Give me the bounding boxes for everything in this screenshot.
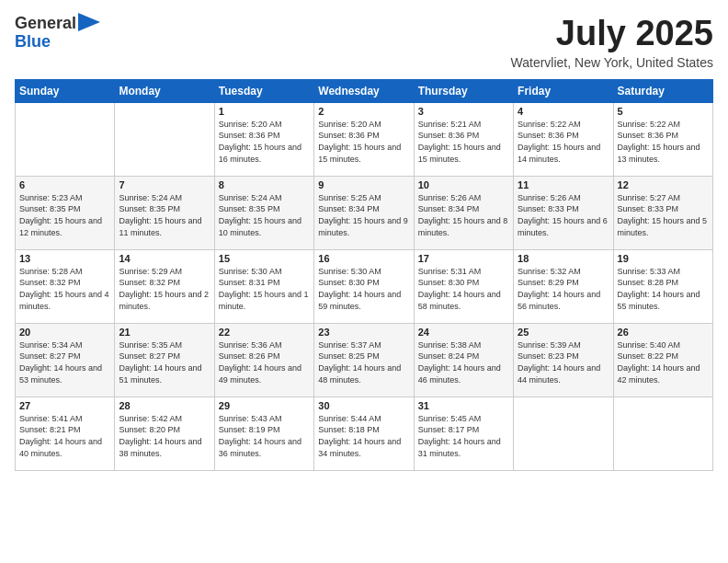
- day-number: 17: [418, 253, 509, 264]
- day-number: 18: [518, 253, 609, 264]
- day-number: 3: [418, 106, 509, 117]
- day-number: 9: [318, 179, 409, 190]
- day-number: 4: [518, 106, 609, 117]
- calendar-cell: 6Sunrise: 5:23 AM Sunset: 8:35 PM Daylig…: [16, 176, 115, 249]
- calendar-cell: 21Sunrise: 5:35 AM Sunset: 8:27 PM Dayli…: [115, 323, 214, 396]
- day-info: Sunrise: 5:45 AM Sunset: 8:17 PM Dayligh…: [418, 413, 509, 459]
- calendar-header-row: SundayMondayTuesdayWednesdayThursdayFrid…: [16, 79, 713, 102]
- calendar-cell: 23Sunrise: 5:37 AM Sunset: 8:25 PM Dayli…: [314, 323, 414, 396]
- day-info: Sunrise: 5:33 AM Sunset: 8:28 PM Dayligh…: [618, 266, 709, 312]
- day-info: Sunrise: 5:26 AM Sunset: 8:33 PM Dayligh…: [518, 192, 609, 238]
- day-number: 28: [119, 400, 210, 411]
- calendar-cell: 4Sunrise: 5:22 AM Sunset: 8:36 PM Daylig…: [514, 102, 613, 176]
- calendar-header-sunday: Sunday: [16, 79, 115, 102]
- day-info: Sunrise: 5:24 AM Sunset: 8:35 PM Dayligh…: [219, 192, 310, 238]
- day-info: Sunrise: 5:40 AM Sunset: 8:22 PM Dayligh…: [618, 339, 709, 385]
- calendar-cell: 30Sunrise: 5:44 AM Sunset: 8:18 PM Dayli…: [314, 396, 414, 470]
- day-info: Sunrise: 5:42 AM Sunset: 8:20 PM Dayligh…: [119, 413, 210, 459]
- calendar-cell: 7Sunrise: 5:24 AM Sunset: 8:35 PM Daylig…: [115, 176, 214, 249]
- page-subtitle: Watervliet, New York, United States: [511, 55, 713, 70]
- calendar-cell: 16Sunrise: 5:30 AM Sunset: 8:30 PM Dayli…: [314, 249, 414, 323]
- day-number: 24: [418, 327, 509, 338]
- svg-marker-0: [78, 13, 100, 31]
- day-info: Sunrise: 5:28 AM Sunset: 8:32 PM Dayligh…: [19, 266, 110, 312]
- calendar-cell: 26Sunrise: 5:40 AM Sunset: 8:22 PM Dayli…: [613, 323, 712, 396]
- day-number: 21: [119, 327, 210, 338]
- day-info: Sunrise: 5:25 AM Sunset: 8:34 PM Dayligh…: [318, 192, 409, 238]
- day-info: Sunrise: 5:26 AM Sunset: 8:34 PM Dayligh…: [418, 192, 509, 238]
- calendar-cell: [613, 396, 712, 470]
- calendar-cell: 13Sunrise: 5:28 AM Sunset: 8:32 PM Dayli…: [16, 249, 115, 323]
- logo-blue: Blue: [15, 32, 51, 51]
- day-number: 2: [318, 106, 409, 117]
- day-number: 6: [19, 179, 110, 190]
- calendar-header-friday: Friday: [514, 79, 613, 102]
- calendar-cell: 3Sunrise: 5:21 AM Sunset: 8:36 PM Daylig…: [414, 102, 513, 176]
- calendar-cell: 19Sunrise: 5:33 AM Sunset: 8:28 PM Dayli…: [613, 249, 712, 323]
- day-number: 13: [19, 253, 110, 264]
- header: General Blue July 2025 Watervliet, New Y…: [15, 15, 713, 70]
- day-number: 11: [518, 179, 609, 190]
- calendar-cell: 25Sunrise: 5:39 AM Sunset: 8:23 PM Dayli…: [514, 323, 613, 396]
- calendar-cell: 22Sunrise: 5:36 AM Sunset: 8:26 PM Dayli…: [214, 323, 313, 396]
- calendar-week-2: 6Sunrise: 5:23 AM Sunset: 8:35 PM Daylig…: [16, 176, 713, 249]
- calendar-cell: 10Sunrise: 5:26 AM Sunset: 8:34 PM Dayli…: [414, 176, 513, 249]
- day-number: 14: [119, 253, 210, 264]
- day-info: Sunrise: 5:37 AM Sunset: 8:25 PM Dayligh…: [318, 339, 409, 385]
- day-info: Sunrise: 5:34 AM Sunset: 8:27 PM Dayligh…: [19, 339, 110, 385]
- calendar-week-3: 13Sunrise: 5:28 AM Sunset: 8:32 PM Dayli…: [16, 249, 713, 323]
- day-info: Sunrise: 5:41 AM Sunset: 8:21 PM Dayligh…: [19, 413, 110, 459]
- day-info: Sunrise: 5:22 AM Sunset: 8:36 PM Dayligh…: [518, 119, 609, 165]
- page: General Blue July 2025 Watervliet, New Y…: [0, 0, 728, 563]
- day-number: 16: [318, 253, 409, 264]
- calendar-cell: 14Sunrise: 5:29 AM Sunset: 8:32 PM Dayli…: [115, 249, 214, 323]
- calendar-cell: [115, 102, 214, 176]
- day-info: Sunrise: 5:44 AM Sunset: 8:18 PM Dayligh…: [318, 413, 409, 459]
- calendar-cell: 31Sunrise: 5:45 AM Sunset: 8:17 PM Dayli…: [414, 396, 513, 470]
- day-info: Sunrise: 5:29 AM Sunset: 8:32 PM Dayligh…: [119, 266, 210, 312]
- calendar-cell: 20Sunrise: 5:34 AM Sunset: 8:27 PM Dayli…: [16, 323, 115, 396]
- calendar-cell: 18Sunrise: 5:32 AM Sunset: 8:29 PM Dayli…: [514, 249, 613, 323]
- calendar-cell: 12Sunrise: 5:27 AM Sunset: 8:33 PM Dayli…: [613, 176, 712, 249]
- day-info: Sunrise: 5:35 AM Sunset: 8:27 PM Dayligh…: [119, 339, 210, 385]
- day-number: 7: [119, 179, 210, 190]
- calendar-cell: 5Sunrise: 5:22 AM Sunset: 8:36 PM Daylig…: [613, 102, 712, 176]
- day-info: Sunrise: 5:24 AM Sunset: 8:35 PM Dayligh…: [119, 192, 210, 238]
- day-info: Sunrise: 5:31 AM Sunset: 8:30 PM Dayligh…: [418, 266, 509, 312]
- calendar-cell: 15Sunrise: 5:30 AM Sunset: 8:31 PM Dayli…: [214, 249, 313, 323]
- calendar-cell: 8Sunrise: 5:24 AM Sunset: 8:35 PM Daylig…: [214, 176, 313, 249]
- logo: General Blue: [15, 15, 100, 52]
- calendar-header-saturday: Saturday: [613, 79, 712, 102]
- calendar-cell: 27Sunrise: 5:41 AM Sunset: 8:21 PM Dayli…: [16, 396, 115, 470]
- day-info: Sunrise: 5:20 AM Sunset: 8:36 PM Dayligh…: [318, 119, 409, 165]
- day-info: Sunrise: 5:32 AM Sunset: 8:29 PM Dayligh…: [518, 266, 609, 312]
- day-number: 8: [219, 179, 310, 190]
- calendar-week-1: 1Sunrise: 5:20 AM Sunset: 8:36 PM Daylig…: [16, 102, 713, 176]
- day-number: 22: [219, 327, 310, 338]
- calendar-header-wednesday: Wednesday: [314, 79, 414, 102]
- day-info: Sunrise: 5:43 AM Sunset: 8:19 PM Dayligh…: [219, 413, 310, 459]
- calendar-cell: 24Sunrise: 5:38 AM Sunset: 8:24 PM Dayli…: [414, 323, 513, 396]
- calendar-cell: 17Sunrise: 5:31 AM Sunset: 8:30 PM Dayli…: [414, 249, 513, 323]
- day-number: 27: [19, 400, 110, 411]
- day-info: Sunrise: 5:23 AM Sunset: 8:35 PM Dayligh…: [19, 192, 110, 238]
- day-number: 10: [418, 179, 509, 190]
- calendar-week-5: 27Sunrise: 5:41 AM Sunset: 8:21 PM Dayli…: [16, 396, 713, 470]
- calendar-cell: 2Sunrise: 5:20 AM Sunset: 8:36 PM Daylig…: [314, 102, 414, 176]
- calendar-cell: 1Sunrise: 5:20 AM Sunset: 8:36 PM Daylig…: [214, 102, 313, 176]
- page-title: July 2025: [511, 15, 713, 53]
- calendar-cell: [514, 396, 613, 470]
- title-block: July 2025 Watervliet, New York, United S…: [511, 15, 713, 70]
- calendar-cell: 29Sunrise: 5:43 AM Sunset: 8:19 PM Dayli…: [214, 396, 313, 470]
- logo-text-block: General Blue: [15, 15, 100, 52]
- day-number: 26: [618, 327, 709, 338]
- day-info: Sunrise: 5:30 AM Sunset: 8:31 PM Dayligh…: [219, 266, 310, 312]
- day-number: 19: [618, 253, 709, 264]
- day-info: Sunrise: 5:38 AM Sunset: 8:24 PM Dayligh…: [418, 339, 509, 385]
- day-number: 15: [219, 253, 310, 264]
- day-number: 23: [318, 327, 409, 338]
- day-number: 29: [219, 400, 310, 411]
- calendar-cell: [16, 102, 115, 176]
- day-info: Sunrise: 5:39 AM Sunset: 8:23 PM Dayligh…: [518, 339, 609, 385]
- day-info: Sunrise: 5:30 AM Sunset: 8:30 PM Dayligh…: [318, 266, 409, 312]
